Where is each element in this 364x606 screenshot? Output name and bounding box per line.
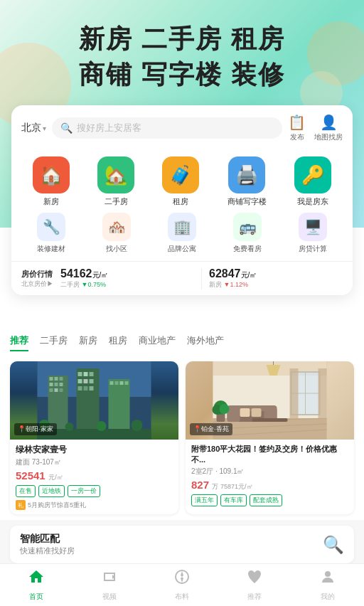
search-placeholder: 搜好房上安居客 [77,122,141,134]
smart-match-title: 智能匹配 [20,533,75,546]
price-value-new-house: 62847元/㎡ [209,267,343,280]
brand-apt-label: 品牌公寓 [168,244,196,254]
nav-item-rent[interactable]: 🧳 租房 [162,156,199,207]
svg-rect-43 [240,408,250,417]
svg-rect-9 [50,388,53,392]
category-tabs: 推荐 二手房 新房 租房 商业地产 海外地产 [0,327,364,356]
price-value-second-hand: 54162元/㎡ [60,267,194,280]
smart-match-banner[interactable]: 智能匹配 快速精准找好房 🔍 [10,526,354,563]
price-bar-sublabel[interactable]: 北京房价▶ [21,280,53,289]
svg-rect-13 [78,372,82,376]
nav-item-landlord[interactable]: 🔑 我是房东 [294,156,331,207]
bottom-nav-home[interactable]: 首页 [0,564,73,606]
tag-garage: 有车库 [220,494,247,506]
nav-item-free-viewing[interactable]: 🚌 免费看房 [233,213,262,254]
commercial-icon: 🖨️ [228,156,265,193]
tab-rent[interactable]: 租房 [109,334,127,351]
map-search-button[interactable]: 👤 地图找房 [314,114,343,142]
free-view-label: 免费看房 [233,244,262,254]
svg-rect-26 [125,381,129,385]
svg-point-31 [132,420,143,431]
listing-desc-2: 2室2厅 · 109.1㎡ [191,467,348,476]
discover-label: 布料 [175,592,189,602]
nav-icons-row1: 🏠 新房 🏡 二手房 🧳 租房 🖨️ 商铺写字楼 🔑 我是房东 [11,151,353,210]
listing-card-2[interactable]: 📍铂金·香苑 附带180平大花园！签约及交房！价格优惠不... 2室2厅 · 1… [186,361,354,514]
new-house-icon: 🏠 [33,156,70,193]
nav-item-mortgage-calc[interactable]: 🖥️ 房贷计算 [299,213,327,254]
community-icon: 🏘️ [102,213,131,241]
listing-tags-1: 在售 近地铁 一房一价 [16,485,173,497]
tab-overseas[interactable]: 海外地产 [187,334,224,351]
home-label: 首页 [29,592,43,602]
listing-tags-2: 满五年 有车库 配套成熟 [191,494,348,506]
tab-recommend[interactable]: 推荐 [10,334,28,351]
nav-item-second-hand[interactable]: 🏡 二手房 [97,156,134,207]
svg-rect-4 [55,377,58,381]
listing-image-2: 📍铂金·香苑 [186,361,354,440]
price-bar-title: 房价行情 [21,269,53,280]
community-label: 找小区 [106,244,127,254]
nav-item-community[interactable]: 🏘️ 找小区 [102,213,131,254]
bottom-navigation: 首页 视频 布料 推荐 [0,563,364,606]
price-sub-new-house: 新房 ▼1.12% [209,280,343,289]
tab-commercial[interactable]: 商业地产 [139,334,176,351]
bottom-nav-profile[interactable]: 我的 [291,564,364,606]
listing-info-2: 附带180平大花园！签约及交房！价格优惠不... 2室2厅 · 109.1㎡ 8… [186,440,354,511]
bottom-nav-discover[interactable]: 布料 [146,564,218,606]
renovation-icon: 🔧 [37,213,65,241]
price-bar-section-label: 房价行情 北京房价▶ [21,269,53,289]
map-label: 地图找房 [314,132,343,142]
svg-rect-21 [90,386,94,390]
profile-icon [319,568,336,590]
bottom-nav-video[interactable]: 视频 [73,564,145,606]
svg-rect-51 [318,368,327,418]
listing-info-1: 绿林安家壹号 建面 73-107㎡ 52541 元/㎡ 在售 近地铁 一房一价 … [10,440,178,514]
svg-rect-45 [252,418,288,422]
promo-text-1: 5月购房节惊喜5重礼 [28,501,86,510]
promo-icon: 礼 [16,500,26,510]
smart-match-text: 智能匹配 快速精准找好房 [20,533,75,556]
nav-item-brand-apartment[interactable]: 🏢 品牌公寓 [168,213,196,254]
search-input-area[interactable]: 🔍 搜好房上安居客 [52,117,282,139]
price-item-second-hand[interactable]: 54162元/㎡ 二手房 ▼0.75% [60,267,194,289]
home-icon [28,568,45,590]
nav-item-renovation[interactable]: 🔧 装修建材 [37,213,65,254]
price-item-new-house[interactable]: 62847元/㎡ 新房 ▼1.12% [209,267,343,289]
new-house-label: 新房 [43,196,59,207]
city-selector[interactable]: 北京 ▾ [21,122,46,134]
tag-five-year: 满五年 [191,494,218,506]
price-sub-second-hand: 二手房 ▼0.75% [60,280,194,289]
hero-section: 新房 二手房 租房 商铺 写字楼 装修 [0,14,364,100]
publish-icon: 📋 [288,114,306,131]
tag-facilities: 配套成熟 [250,494,282,506]
listings: 📍朝阳·家家 绿林安家壹号 建面 73-107㎡ 52541 元/㎡ 在售 近地… [0,356,364,520]
nav-icons-row2: 🔧 装修建材 🏘️ 找小区 🏢 品牌公寓 🚌 免费看房 🖥️ 房贷计算 [11,210,353,261]
renovation-label: 装修建材 [37,244,65,254]
listing-tag-2: 📍铂金·香苑 [190,423,232,435]
svg-point-57 [220,404,230,414]
listing-price-2: 827 万 75871元/㎡ [191,479,348,491]
tab-new-house[interactable]: 新房 [79,334,97,351]
listing-desc-1: 建面 73-107㎡ [16,457,173,467]
price-bar: 房价行情 北京房价▶ 54162元/㎡ 二手房 ▼0.75% 62847元/㎡ … [11,261,353,295]
tab-second-hand[interactable]: 二手房 [40,334,68,351]
city-name: 北京 [21,122,41,134]
publish-button[interactable]: 📋 发布 [288,114,306,142]
listing-card-1[interactable]: 📍朝阳·家家 绿林安家壹号 建面 73-107㎡ 52541 元/㎡ 在售 近地… [10,361,178,514]
nav-item-new-house[interactable]: 🏠 新房 [33,156,70,207]
mortgage-label: 房贷计算 [299,244,327,254]
svg-marker-60 [181,577,183,583]
tag-subway: 近地铁 [38,485,65,497]
listing-title-1: 绿林安家壹号 [16,444,173,456]
nav-item-commercial[interactable]: 🖨️ 商铺写字楼 [228,156,267,207]
price-divider [201,268,202,289]
recommend-label: 推荐 [247,592,262,602]
heart-icon [246,568,263,590]
rent-label: 租房 [173,196,188,207]
svg-point-29 [65,422,74,431]
header-actions: 📋 发布 👤 地图找房 [288,114,343,142]
svg-rect-16 [78,379,82,383]
bottom-nav-recommend[interactable]: 推荐 [218,564,291,606]
svg-rect-25 [120,381,124,385]
content-area: 推荐 二手房 新房 租房 商业地产 海外地产 [0,327,364,563]
